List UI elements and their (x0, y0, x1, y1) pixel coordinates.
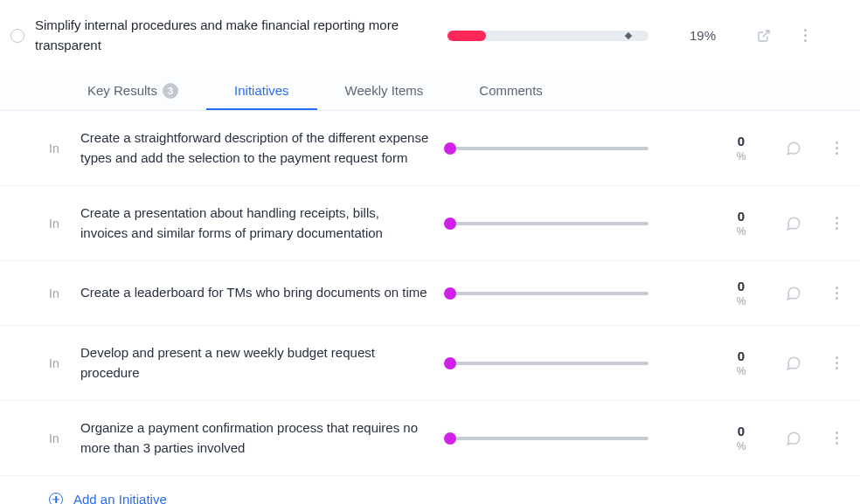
initiative-prefix: In (49, 142, 63, 155)
tab-weekly-items[interactable]: Weekly Items (317, 71, 452, 110)
objective-row: Simplify internal procedures and make fi… (0, 0, 860, 71)
initiative-row: In Create a straightforward description … (0, 111, 860, 186)
slider-thumb-icon[interactable] (444, 217, 456, 230)
tab-key-results[interactable]: Key Results 3 (59, 71, 206, 110)
initiative-slider[interactable] (447, 437, 706, 440)
initiative-title: Develop and present a new weekly budget … (80, 343, 430, 383)
objective-title: Simplify internal procedures and make fi… (35, 16, 437, 55)
slider-thumb-icon[interactable] (444, 432, 456, 445)
diamond-icon (625, 31, 632, 38)
initiatives-list: In Create a straightforward description … (0, 111, 860, 476)
initiative-pct: 0 % (724, 209, 759, 238)
external-link-icon[interactable] (757, 29, 771, 43)
tab-badge: 3 (163, 83, 178, 99)
objective-progress-bar[interactable] (447, 31, 648, 41)
slider-thumb-icon[interactable] (444, 357, 456, 369)
initiative-pct: 0 % (724, 424, 759, 452)
initiative-pct: 0 % (724, 349, 759, 377)
tab-label: Weekly Items (345, 83, 424, 98)
slider-thumb-icon[interactable] (444, 142, 456, 155)
initiative-slider[interactable] (447, 362, 706, 365)
initiative-slider[interactable] (447, 222, 706, 225)
add-initiative-button[interactable]: Add an Initiative (0, 476, 860, 504)
initiative-prefix: In (49, 217, 63, 231)
initiative-menu-kebab[interactable] (829, 142, 844, 155)
initiative-menu-kebab[interactable] (829, 217, 844, 230)
initiative-row: In Create a presentation about handling … (0, 186, 860, 261)
tabs-bar: Key Results 3 Initiatives Weekly Items C… (0, 71, 860, 111)
initiative-menu-kebab[interactable] (829, 432, 844, 445)
tab-label: Initiatives (234, 83, 289, 98)
initiative-pct: 0 % (724, 279, 759, 307)
objective-radio[interactable] (10, 29, 24, 43)
comment-icon[interactable] (776, 216, 811, 231)
initiative-title: Create a presentation about handling rec… (80, 204, 430, 243)
tab-label: Key Results (87, 83, 157, 98)
initiative-menu-kebab[interactable] (829, 356, 844, 369)
objective-progress-fill (447, 31, 486, 41)
objective-menu-kebab[interactable] (797, 29, 813, 42)
initiative-row: In Develop and present a new weekly budg… (0, 326, 860, 401)
objective-progress-pct: 19% (659, 28, 746, 43)
plus-circle-icon (49, 493, 63, 505)
initiative-pct: 0 % (724, 134, 759, 162)
initiative-title: Create a straightforward description of … (80, 128, 430, 168)
tab-initiatives[interactable]: Initiatives (206, 71, 317, 110)
comment-icon[interactable] (776, 286, 811, 301)
tab-label: Comments (479, 83, 543, 98)
initiative-title: Organize a payment confirmation process … (80, 418, 430, 458)
initiative-prefix: In (49, 432, 63, 445)
initiative-title: Create a leaderboard for TMs who bring d… (80, 283, 430, 303)
initiative-prefix: In (49, 356, 63, 370)
add-initiative-label: Add an Initiative (73, 492, 167, 504)
initiative-row: In Organize a payment confirmation proce… (0, 401, 860, 476)
initiative-prefix: In (49, 287, 63, 300)
slider-thumb-icon[interactable] (444, 287, 456, 300)
comment-icon[interactable] (776, 431, 811, 446)
initiative-slider[interactable] (447, 147, 706, 150)
initiative-slider[interactable] (447, 292, 706, 295)
comment-icon[interactable] (776, 141, 811, 156)
tab-comments[interactable]: Comments (451, 71, 571, 110)
initiative-row: In Create a leaderboard for TMs who brin… (0, 261, 860, 326)
initiative-menu-kebab[interactable] (829, 287, 844, 300)
comment-icon[interactable] (776, 356, 811, 371)
